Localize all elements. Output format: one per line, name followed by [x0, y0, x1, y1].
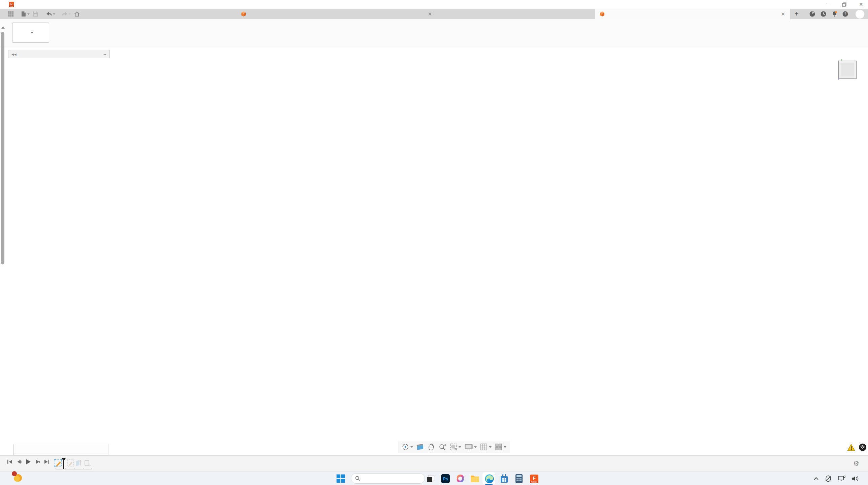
taskbar-app-photoshop[interactable]: Ps	[440, 473, 451, 484]
notification-badge	[12, 471, 17, 476]
taskbar-app-file-explorer[interactable]	[469, 473, 480, 484]
pan-tool[interactable]	[427, 443, 435, 451]
svg-text:FUSION: FUSION	[531, 481, 537, 483]
view-cube-face[interactable]	[838, 61, 857, 79]
timeline-playback-controls	[7, 459, 50, 465]
timeline-feature-extrude-1[interactable]	[76, 460, 82, 466]
svg-text:FUS: FUS	[10, 5, 13, 7]
tab-close-icon[interactable]: ✕	[781, 11, 785, 17]
taskbar-search[interactable]	[351, 473, 425, 484]
chevron-down-icon	[504, 446, 506, 448]
taskbar-app-desktops[interactable]	[425, 473, 436, 484]
notifications-bell-icon[interactable]	[831, 11, 838, 17]
help-icon[interactable]: ?	[842, 11, 848, 17]
view-cube[interactable]	[837, 59, 858, 80]
browser-header: ◂◂ −	[8, 50, 110, 58]
document-tab-bar: ✕ ✕ + ?	[0, 9, 868, 19]
sketch-canvas[interactable]	[0, 47, 868, 471]
timeline-track[interactable]	[54, 457, 94, 471]
profile-avatar[interactable]	[856, 10, 864, 19]
title-bar: F FUS — ✕	[0, 0, 868, 9]
status-alerts	[847, 443, 867, 451]
timeline-feature-sketch-2[interactable]	[67, 460, 73, 466]
undo-icon[interactable]	[45, 11, 55, 17]
timeline-group-bracket	[56, 468, 92, 469]
close-window-button[interactable]: ✕	[855, 1, 867, 8]
go-to-end-button[interactable]	[44, 459, 50, 464]
orbit-tool[interactable]	[401, 443, 413, 451]
tray-expand-chevron-icon[interactable]	[813, 477, 819, 481]
fusion-logo-icon: F FUS	[9, 2, 14, 7]
document-tab-active[interactable]: ✕	[595, 9, 790, 19]
comments-bar[interactable]	[13, 444, 108, 455]
display-device-icon[interactable]	[838, 475, 846, 482]
chevron-down-icon	[410, 446, 413, 448]
display-settings-tool[interactable]	[464, 443, 477, 451]
volume-icon[interactable]	[851, 476, 859, 482]
chevron-down-icon	[489, 446, 492, 448]
background-window-scrollbar[interactable]	[1, 32, 4, 264]
document-cube-icon	[241, 11, 246, 17]
look-at-tool[interactable]	[416, 443, 424, 451]
redo-icon[interactable]	[61, 11, 71, 17]
mouse-disabled-icon[interactable]	[825, 475, 832, 482]
offline-jobs-icon[interactable]	[859, 443, 867, 451]
scroll-up-arrow-icon[interactable]	[1, 26, 5, 29]
browser-panel: ◂◂ −	[8, 50, 110, 58]
svg-text:?: ?	[844, 12, 846, 16]
taskbar-app-calculator[interactable]	[513, 473, 525, 484]
timeline-bar: ⚙	[0, 455, 868, 471]
play-button[interactable]	[25, 459, 32, 465]
zoom-tool[interactable]: ±	[438, 443, 446, 451]
save-icon[interactable]	[33, 11, 38, 17]
windows-taskbar: Ps FFUSION	[0, 471, 868, 485]
taskbar-app-edge[interactable]	[484, 473, 495, 484]
search-icon	[355, 476, 360, 481]
search-input[interactable]	[363, 476, 414, 481]
chevron-down-icon	[474, 446, 477, 448]
grid-settings-tool[interactable]	[480, 443, 492, 451]
svg-text:F: F	[533, 476, 536, 481]
svg-text:±: ±	[444, 443, 446, 446]
model-viewport[interactable]: ◂◂ − ±	[0, 47, 868, 471]
home-icon[interactable]	[74, 11, 80, 17]
fit-tool[interactable]	[450, 443, 461, 451]
viewports-tool[interactable]	[495, 443, 506, 451]
preferences-gear-icon[interactable]: ⚙	[853, 459, 859, 467]
collapse-panel-icon[interactable]: ◂◂	[11, 52, 17, 57]
step-back-button[interactable]	[16, 459, 22, 464]
timeline-feature-sketch-1[interactable]	[54, 459, 62, 467]
minimize-button[interactable]: —	[822, 1, 833, 8]
start-button[interactable]	[335, 473, 346, 484]
chevron-down-icon	[31, 32, 33, 34]
ribbon-toolbar	[0, 19, 868, 47]
minimize-panel-icon[interactable]: −	[103, 52, 106, 57]
taskbar-app-copilot[interactable]	[455, 473, 466, 484]
job-status-icon[interactable]	[809, 11, 815, 17]
document-tab-inactive[interactable]: ✕	[145, 9, 436, 19]
system-tray	[813, 472, 865, 485]
view-cube-face-label	[841, 63, 854, 77]
weather-widget[interactable]	[13, 473, 26, 483]
step-forward-button[interactable]	[35, 459, 41, 464]
timeline-feature-component-1[interactable]	[85, 460, 91, 466]
document-cube-icon	[599, 11, 605, 17]
file-menu-icon[interactable]	[21, 11, 30, 17]
navigation-bar: ±	[398, 441, 510, 453]
app-grid-icon[interactable]	[8, 11, 14, 17]
tab-close-icon[interactable]: ✕	[428, 11, 432, 17]
restore-icon	[842, 2, 846, 7]
warning-icon[interactable]	[847, 444, 855, 451]
svg-text:Ps: Ps	[443, 477, 448, 481]
new-tab-button[interactable]: +	[795, 9, 801, 19]
go-to-start-button[interactable]	[7, 459, 13, 464]
restore-button[interactable]	[838, 1, 850, 8]
clock-history-icon[interactable]	[820, 11, 827, 17]
workspace-switcher[interactable]	[12, 23, 49, 43]
chevron-down-icon	[459, 446, 461, 448]
taskbar-app-fusion[interactable]: FFUSION	[528, 473, 540, 484]
taskbar-app-store[interactable]	[498, 473, 510, 484]
